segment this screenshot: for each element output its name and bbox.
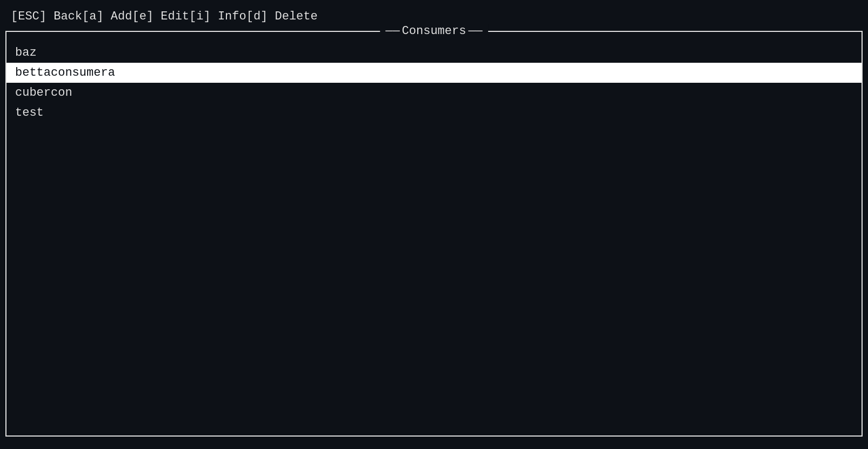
shortcut-delete[interactable]: [d] Delete <box>246 10 318 23</box>
consumers-list: baz bettaconsumera cubercon test <box>6 37 862 128</box>
list-item[interactable]: cubercon <box>6 83 862 103</box>
list-item[interactable]: test <box>6 103 862 123</box>
shortcut-esc[interactable]: [ESC] Back <box>11 10 82 23</box>
shortcut-info[interactable]: [i] Info <box>189 10 246 23</box>
list-item[interactable]: bettaconsumera <box>6 63 862 83</box>
consumers-panel: Consumers baz bettaconsumera cubercon te… <box>5 31 863 437</box>
list-item[interactable]: baz <box>6 43 862 63</box>
shortcut-add[interactable]: [a] Add <box>82 10 132 23</box>
shortcut-edit[interactable]: [e] Edit <box>132 10 189 23</box>
panel-title: Consumers <box>380 24 488 38</box>
